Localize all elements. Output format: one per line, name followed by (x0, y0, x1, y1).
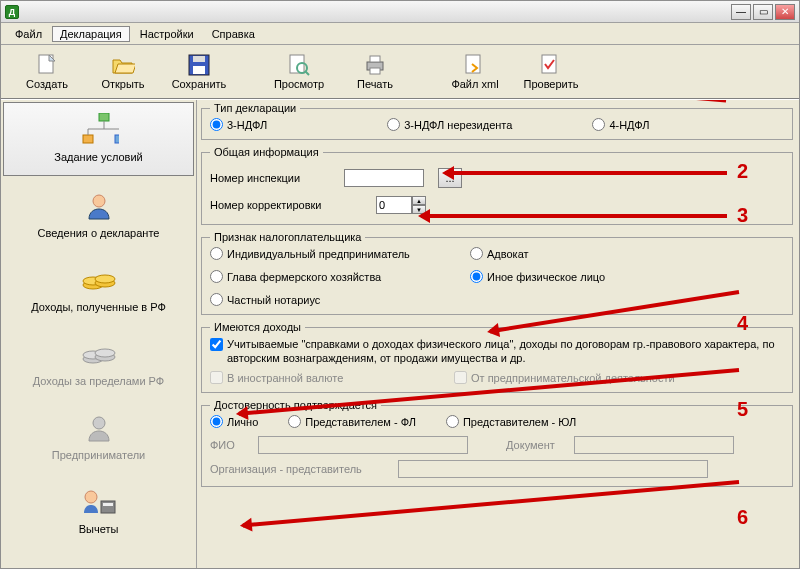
correction-label: Номер корректировки (210, 199, 330, 211)
menu-settings[interactable]: Настройки (132, 26, 202, 42)
svg-point-27 (95, 349, 115, 357)
radio-3ndfl-nonres[interactable]: 3-НДФЛ нерезидента (387, 118, 512, 131)
toolbar-save[interactable]: Сохранить (161, 47, 237, 97)
sidebar-item-conditions[interactable]: Задание условий (3, 102, 194, 176)
person-grey-icon (79, 413, 119, 443)
radio-notary[interactable]: Частный нотариус (210, 293, 470, 306)
svg-line-6 (305, 71, 309, 75)
document-new-icon (35, 54, 59, 76)
app-window: Д — ▭ ✕ Файл Декларация Настройки Справк… (0, 0, 800, 569)
svg-rect-3 (193, 66, 205, 74)
svg-rect-14 (115, 135, 119, 143)
folder-open-icon (111, 54, 135, 76)
toolbar-open[interactable]: Открыть (85, 47, 161, 97)
taxpayer-legend: Признак налогоплательщика (210, 231, 365, 243)
close-button[interactable]: ✕ (775, 4, 795, 20)
doc-input (574, 436, 734, 454)
annotation-6: 6 (737, 506, 748, 529)
app-icon: Д (5, 5, 19, 19)
group-general: Общая информация Номер инспекции ... Ном… (201, 146, 793, 225)
conditions-icon (79, 115, 119, 145)
spin-down-button[interactable]: ▼ (412, 205, 426, 214)
svg-point-23 (95, 275, 115, 283)
inspection-label: Номер инспекции (210, 172, 330, 184)
radio-farmer[interactable]: Глава фермерского хозяйства (210, 270, 470, 283)
radio-4ndfl[interactable]: 4-НДФЛ (592, 118, 649, 131)
radio-ip[interactable]: Индивидуальный предприниматель (210, 247, 470, 260)
doc-label: Документ (506, 439, 566, 451)
check-income-foreign[interactable]: В иностранной валюте (210, 371, 440, 384)
group-confirm: Достоверность подтверждается Лично Предс… (201, 399, 793, 487)
sidebar: Задание условий Сведения о декларанте До… (1, 100, 197, 568)
inspection-browse-button[interactable]: ... (438, 168, 462, 188)
check-icon (539, 54, 563, 76)
radio-self[interactable]: Лично (210, 415, 258, 428)
sidebar-item-income-rf[interactable]: Доходы, полученные в РФ (1, 252, 196, 326)
menu-help[interactable]: Справка (204, 26, 263, 42)
svg-point-29 (85, 491, 97, 503)
save-icon (187, 54, 211, 76)
fio-label: ФИО (210, 439, 250, 451)
general-legend: Общая информация (210, 146, 323, 158)
menu-file[interactable]: Файл (7, 26, 50, 42)
svg-rect-12 (99, 113, 109, 121)
fio-input (258, 436, 468, 454)
org-input (398, 460, 708, 478)
svg-rect-30 (101, 501, 115, 513)
menu-declaration[interactable]: Декларация (52, 26, 130, 42)
svg-rect-2 (193, 56, 205, 62)
check-income-spravka[interactable]: Учитываемые "справками о доходах физичес… (210, 337, 784, 365)
printer-icon (363, 54, 387, 76)
sidebar-item-income-foreign[interactable]: Доходы за пределами РФ (1, 326, 196, 400)
toolbar-print[interactable]: Печать (337, 47, 413, 97)
toolbar-preview[interactable]: Просмотр (261, 47, 337, 97)
radio-rep-ul[interactable]: Представителем - ЮЛ (446, 415, 576, 428)
svg-rect-9 (370, 68, 380, 74)
coins-grey-icon (79, 339, 119, 369)
deductions-icon (79, 487, 119, 517)
radio-rep-fl[interactable]: Представителем - ФЛ (288, 415, 416, 428)
org-label: Организация - представитель (210, 463, 390, 475)
svg-point-19 (93, 195, 105, 207)
svg-rect-31 (103, 503, 113, 506)
confirm-legend: Достоверность подтверждается (210, 399, 381, 411)
svg-rect-8 (370, 56, 380, 62)
group-taxpayer: Признак налогоплательщика Индивидуальный… (201, 231, 793, 315)
minimize-button[interactable]: — (731, 4, 751, 20)
preview-icon (287, 54, 311, 76)
svg-point-28 (93, 417, 105, 429)
radio-advocate[interactable]: Адвокат (470, 247, 690, 260)
radio-3ndfl[interactable]: 3-НДФЛ (210, 118, 267, 131)
correction-spinner[interactable]: ▲ ▼ (376, 196, 426, 214)
group-decl-type: Тип декларации 3-НДФЛ 3-НДФЛ нерезидента… (201, 102, 793, 140)
person-icon (79, 191, 119, 221)
menubar: Файл Декларация Настройки Справка (1, 23, 799, 45)
sidebar-item-declarant[interactable]: Сведения о декларанте (1, 178, 196, 252)
coins-icon (79, 265, 119, 295)
check-income-business[interactable]: От предпринимательской деятельности (454, 371, 675, 384)
svg-rect-11 (542, 55, 556, 73)
svg-rect-13 (83, 135, 93, 143)
inspection-input[interactable] (344, 169, 424, 187)
titlebar: Д — ▭ ✕ (1, 1, 799, 23)
main-panel: Тип декларации 3-НДФЛ 3-НДФЛ нерезидента… (197, 100, 799, 568)
window-buttons: — ▭ ✕ (731, 4, 795, 20)
group-income: Имеются доходы Учитываемые "справками о … (201, 321, 793, 393)
radio-other-person[interactable]: Иное физическое лицо (470, 270, 690, 283)
sidebar-item-entrepreneurs[interactable]: Предприниматели (1, 400, 196, 474)
sidebar-item-deductions[interactable]: Вычеты (1, 474, 196, 548)
correction-input[interactable] (376, 196, 412, 214)
income-legend: Имеются доходы (210, 321, 305, 333)
spin-up-button[interactable]: ▲ (412, 196, 426, 205)
toolbar-new[interactable]: Создать (9, 47, 85, 97)
maximize-button[interactable]: ▭ (753, 4, 773, 20)
toolbar-xml[interactable]: Файл xml (437, 47, 513, 97)
decl-type-legend: Тип декларации (210, 102, 300, 114)
toolbar: Создать Открыть Сохранить Просмотр Печа (1, 45, 799, 99)
toolbar-check[interactable]: Проверить (513, 47, 589, 97)
xml-file-icon (463, 54, 487, 76)
